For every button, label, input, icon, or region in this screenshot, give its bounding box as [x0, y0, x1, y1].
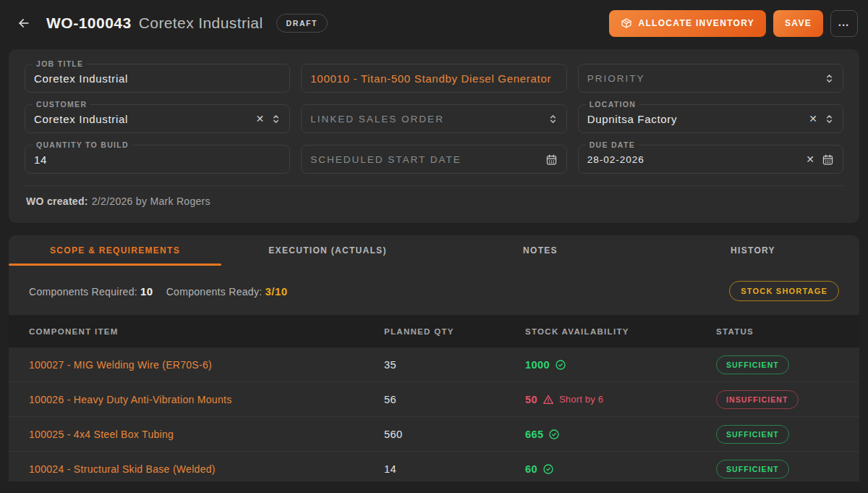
due-date-label: DUE DATE	[586, 140, 639, 149]
check-circle-icon	[555, 359, 566, 371]
chevron-updown-icon[interactable]	[825, 114, 834, 125]
planned-qty-value: 14	[384, 463, 525, 475]
scheduled-start-date-field[interactable]: SCHEDULED START DATE	[301, 145, 566, 174]
stock-availability-cell: 665	[525, 429, 716, 440]
planned-qty-value: 35	[384, 359, 525, 371]
components-summary: Components Required:10 Components Ready:…	[9, 266, 859, 315]
status-cell: SUFFICIENT	[716, 355, 859, 374]
col-planned-qty: PLANNED QTY	[384, 327, 525, 336]
status-badge-draft: DRAFT	[276, 14, 328, 33]
quantity-label: QUANTITY TO BUILD	[33, 140, 132, 149]
location-value: Dupnitsa Factory	[587, 113, 678, 125]
stock-availability-cell: 50 Short by 6	[525, 394, 716, 405]
save-label: SAVE	[785, 18, 812, 28]
allocate-inventory-label: ALLOCATE INVENTORY	[638, 18, 754, 28]
table-row: 100026 - Heavy Duty Anti-Vibration Mount…	[9, 382, 859, 417]
tab-history[interactable]: HISTORY	[647, 235, 859, 266]
created-note: WO created:2/2/2026 by Mark Rogers	[25, 186, 843, 214]
chevron-updown-icon[interactable]	[825, 73, 834, 84]
component-item-link[interactable]: 100025 - 4x4 Steel Box Tubing	[29, 429, 384, 440]
calendar-icon[interactable]	[822, 153, 834, 166]
linked-sales-order-placeholder: LINKED SALES ORDER	[310, 114, 444, 125]
work-order-form-card: JOB TITLE Coretex Industrial 100010 - Ti…	[9, 49, 859, 223]
tab-bar: SCOPE & REQUIREMENTS EXECUTION (ACTUALS)…	[9, 235, 859, 266]
product-value: 100010 - Titan-500 Standby Diesel Genera…	[310, 72, 551, 85]
wo-number: WO-100043	[46, 14, 132, 32]
created-note-value: 2/2/2026 by Mark Rogers	[92, 195, 210, 207]
col-status: STATUS	[716, 327, 859, 336]
chevron-updown-icon[interactable]	[548, 114, 558, 125]
warning-triangle-icon	[542, 394, 554, 405]
location-label: LOCATION	[586, 100, 639, 109]
status-cell: SUFFICIENT	[716, 460, 859, 479]
page-title: WO-100043 Coretex Industrial DRAFT	[46, 14, 328, 33]
due-date-field[interactable]: DUE DATE 28-02-2026 ✕	[578, 145, 843, 174]
status-cell: INSUFFICIENT	[716, 390, 859, 409]
job-title-label: JOB TITLE	[33, 59, 87, 68]
components-required-value: 10	[140, 285, 153, 298]
table-row: 100024 - Structural Skid Base (Welded) 1…	[9, 452, 859, 481]
tab-execution-actuals[interactable]: EXECUTION (ACTUALS)	[221, 235, 434, 266]
due-date-value: 28-02-2026	[587, 154, 644, 165]
table-header: COMPONENT ITEM PLANNED QTY STOCK AVAILAB…	[9, 315, 859, 347]
ellipsis-icon: •••	[838, 22, 849, 29]
stock-qty-value: 60	[525, 463, 537, 475]
clear-icon[interactable]: ✕	[806, 154, 814, 164]
status-badge: SUFFICIENT	[716, 355, 789, 374]
stock-qty-value: 1000	[525, 359, 550, 371]
top-bar: WO-100043 Coretex Industrial DRAFT ALLOC…	[0, 0, 868, 46]
stock-qty-value: 50	[525, 394, 537, 405]
job-title-value: Coretex Industrial	[34, 72, 128, 85]
status-cell: SUFFICIENT	[716, 425, 859, 444]
components-ready-stat: Components Ready:3/10	[166, 285, 288, 298]
customer-select[interactable]: CUSTOMER Coretex Industrial ✕	[25, 104, 290, 133]
customer-value: Coretex Industrial	[34, 113, 128, 125]
priority-placeholder: PRIORITY	[587, 73, 645, 84]
status-badge: SUFFICIENT	[716, 425, 789, 444]
save-button[interactable]: SAVE	[773, 10, 823, 37]
component-item-link[interactable]: 100024 - Structural Skid Base (Welded)	[29, 463, 384, 475]
package-icon	[621, 17, 632, 29]
component-item-link[interactable]: 100027 - MIG Welding Wire (ER70S-6)	[29, 359, 384, 371]
planned-qty-value: 56	[384, 394, 525, 405]
product-field[interactable]: 100010 - Titan-500 Standby Diesel Genera…	[301, 64, 566, 93]
col-stock-availability: STOCK AVAILABILITY	[525, 327, 716, 336]
components-required-stat: Components Required:10	[29, 285, 153, 298]
col-component-item: COMPONENT ITEM	[29, 327, 384, 336]
priority-select[interactable]: PRIORITY	[578, 64, 843, 93]
scheduled-start-placeholder: SCHEDULED START DATE	[310, 154, 461, 165]
stock-availability-cell: 60	[525, 463, 716, 475]
back-button[interactable]	[12, 11, 36, 35]
stock-availability-cell: 1000	[525, 359, 716, 371]
top-bar-actions: ALLOCATE INVENTORY SAVE •••	[609, 10, 858, 37]
chevron-updown-icon[interactable]	[271, 114, 281, 125]
arrow-left-icon	[17, 16, 31, 30]
customer-label: CUSTOMER	[33, 100, 90, 109]
clear-icon[interactable]: ✕	[256, 114, 265, 124]
check-circle-icon	[548, 429, 560, 440]
component-item-link[interactable]: 100026 - Heavy Duty Anti-Vibration Mount…	[29, 394, 384, 405]
planned-qty-value: 560	[384, 429, 525, 440]
table-row: 100025 - 4x4 Steel Box Tubing 560 665 SU…	[9, 417, 859, 452]
wo-name: Coretex Industrial	[139, 14, 263, 32]
linked-sales-order-select[interactable]: LINKED SALES ORDER	[301, 104, 566, 133]
location-select[interactable]: LOCATION Dupnitsa Factory ✕	[578, 104, 843, 133]
more-actions-button[interactable]: •••	[830, 10, 858, 37]
check-circle-icon	[542, 463, 554, 475]
quantity-to-build-field[interactable]: QUANTITY TO BUILD 14	[25, 145, 290, 174]
job-title-field[interactable]: JOB TITLE Coretex Industrial	[25, 64, 290, 93]
calendar-icon[interactable]	[545, 153, 558, 166]
created-note-label: WO created:	[26, 195, 88, 207]
stock-shortage-badge: STOCK SHORTAGE	[729, 281, 839, 301]
clear-icon[interactable]: ✕	[809, 114, 817, 124]
components-ready-value: 3/10	[265, 285, 287, 298]
status-badge: INSUFFICIENT	[716, 390, 799, 409]
tab-scope-requirements[interactable]: SCOPE & REQUIREMENTS	[9, 235, 221, 266]
stock-qty-value: 665	[525, 429, 543, 440]
quantity-value: 14	[34, 153, 47, 166]
tab-notes[interactable]: NOTES	[434, 235, 647, 266]
stock-shortage-note: Short by 6	[559, 394, 603, 405]
table-row: 100027 - MIG Welding Wire (ER70S-6) 35 1…	[9, 347, 859, 382]
allocate-inventory-button[interactable]: ALLOCATE INVENTORY	[609, 10, 766, 37]
details-card: SCOPE & REQUIREMENTS EXECUTION (ACTUALS)…	[9, 235, 859, 481]
